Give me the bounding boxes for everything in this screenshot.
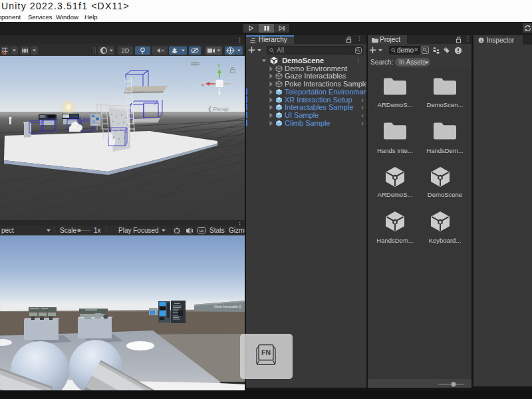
svg-text:HandsDem...: HandsDem... xyxy=(376,237,413,244)
svg-text:DemoScene: DemoScene xyxy=(428,191,462,198)
svg-text:y: y xyxy=(217,62,220,68)
svg-text:HandsDem...: HandsDem... xyxy=(426,147,463,154)
svg-text:DemoScen...: DemoScen... xyxy=(427,101,464,108)
svg-text:FN: FN xyxy=(261,348,271,356)
svg-text:ARDemoS...: ARDemoS... xyxy=(378,191,413,198)
svg-text:❮ Persp: ❮ Persp xyxy=(207,106,229,113)
svg-text:Play Focused: Play Focused xyxy=(118,227,159,234)
svg-text:2D: 2D xyxy=(122,47,130,54)
svg-text:Hands Inte...: Hands Inte... xyxy=(377,147,413,154)
svg-text:x: x xyxy=(201,82,204,88)
svg-text:1x: 1x xyxy=(94,227,101,234)
svg-text:pect: pect xyxy=(1,227,14,234)
svg-text:Keyboard...: Keyboard... xyxy=(429,237,462,244)
svg-text:Stats: Stats xyxy=(209,227,225,234)
svg-text:Gizmo: Gizmo xyxy=(229,227,245,234)
svg-text:ARDemoS...: ARDemoS... xyxy=(378,101,413,108)
svg-text:Climb Interactable O: Climb Interactable O xyxy=(214,305,242,309)
svg-text:Scale: Scale xyxy=(60,227,76,234)
